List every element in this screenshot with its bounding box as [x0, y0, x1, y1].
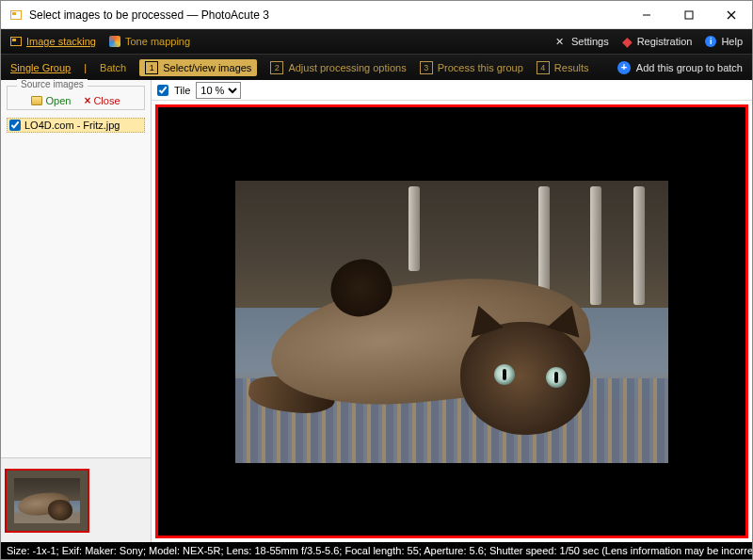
add-batch-label: Add this group to batch	[636, 62, 743, 73]
window-controls	[625, 1, 752, 29]
file-list: LO4D.com - Fritz.jpg	[7, 118, 145, 133]
sidebar: Source images Open × Close LO4D.com - Fr…	[1, 80, 152, 542]
list-item[interactable]: LO4D.com - Fritz.jpg	[7, 118, 145, 133]
plus-icon: +	[617, 61, 631, 74]
open-button[interactable]: Open	[31, 94, 71, 107]
tile-controls: Tile 10 %	[152, 80, 752, 101]
svg-rect-1	[685, 11, 693, 19]
source-images-legend: Source images	[17, 79, 88, 89]
steps-row: Single Group | Batch 1 Select/view image…	[1, 54, 752, 80]
content-area: Tile 10 %	[152, 80, 752, 542]
step-1-select-view[interactable]: 1 Select/view images	[139, 59, 257, 76]
registration-label: Registration	[637, 36, 693, 47]
close-x-icon: ×	[84, 94, 90, 107]
step-4-number: 4	[537, 61, 550, 74]
tone-mapping-icon	[109, 36, 120, 47]
source-images-group: Source images Open × Close	[7, 86, 145, 110]
help-link[interactable]: i Help	[705, 36, 743, 47]
image-stacking-label: Image stacking	[26, 36, 96, 47]
settings-link[interactable]: ✕ Settings	[555, 36, 609, 47]
help-icon: i	[705, 36, 716, 47]
file-checkbox[interactable]	[9, 120, 21, 131]
step-2-label: Adjust processing options	[288, 62, 406, 73]
image-stacking-tab[interactable]: Image stacking	[10, 36, 96, 47]
close-label: Close	[93, 95, 120, 106]
step-3-number: 3	[420, 61, 433, 74]
thumbnail-strip	[1, 457, 151, 542]
tile-label: Tile	[174, 85, 190, 96]
close-file-button[interactable]: × Close	[84, 94, 120, 107]
tile-checkbox[interactable]	[157, 85, 168, 96]
step-2-number: 2	[270, 61, 283, 74]
main-toolbar: Image stacking Tone mapping ✕ Settings ◆…	[1, 29, 752, 54]
preview-frame	[155, 104, 748, 538]
folder-open-icon	[31, 96, 42, 105]
close-button[interactable]	[710, 1, 752, 29]
step-4-results[interactable]: 4 Results	[537, 61, 589, 74]
main-area: Source images Open × Close LO4D.com - Fr…	[1, 80, 752, 542]
step-1-label: Select/view images	[163, 62, 251, 73]
mode-single-group[interactable]: Single Group	[10, 62, 71, 73]
settings-label: Settings	[571, 36, 609, 47]
image-stacking-icon	[10, 37, 22, 46]
step-4-label: Results	[554, 62, 589, 73]
file-name: LO4D.com - Fritz.jpg	[24, 120, 120, 131]
wrench-icon: ✕	[555, 36, 567, 47]
help-label: Help	[721, 36, 743, 47]
preview-wrapper	[152, 101, 752, 542]
add-group-to-batch[interactable]: + Add this group to batch	[617, 61, 743, 74]
maximize-button[interactable]	[667, 1, 710, 29]
diamond-icon: ◆	[622, 35, 633, 48]
step-1-number: 1	[145, 61, 158, 74]
registration-link[interactable]: ◆ Registration	[622, 35, 693, 48]
tile-zoom-select[interactable]: 10 %	[196, 82, 241, 99]
status-text: Size: -1x-1; Exif: Maker: Sony; Model: N…	[7, 545, 752, 556]
app-icon	[8, 8, 24, 23]
step-3-process-group[interactable]: 3 Process this group	[420, 61, 523, 74]
step-3-label: Process this group	[438, 62, 523, 73]
mode-separator: |	[84, 62, 87, 73]
mode-batch[interactable]: Batch	[100, 62, 126, 73]
step-2-adjust-options[interactable]: 2 Adjust processing options	[270, 61, 406, 74]
thumbnail[interactable]	[5, 469, 89, 533]
minimize-button[interactable]	[625, 1, 667, 29]
window-title: Select images to be processed — PhotoAcu…	[29, 8, 625, 22]
title-bar: Select images to be processed — PhotoAcu…	[1, 1, 752, 29]
tone-mapping-label: Tone mapping	[125, 36, 190, 47]
preview-image[interactable]	[235, 181, 668, 463]
status-bar: Size: -1x-1; Exif: Maker: Sony; Model: N…	[1, 542, 752, 559]
open-label: Open	[45, 95, 71, 106]
tone-mapping-tab[interactable]: Tone mapping	[109, 36, 190, 47]
